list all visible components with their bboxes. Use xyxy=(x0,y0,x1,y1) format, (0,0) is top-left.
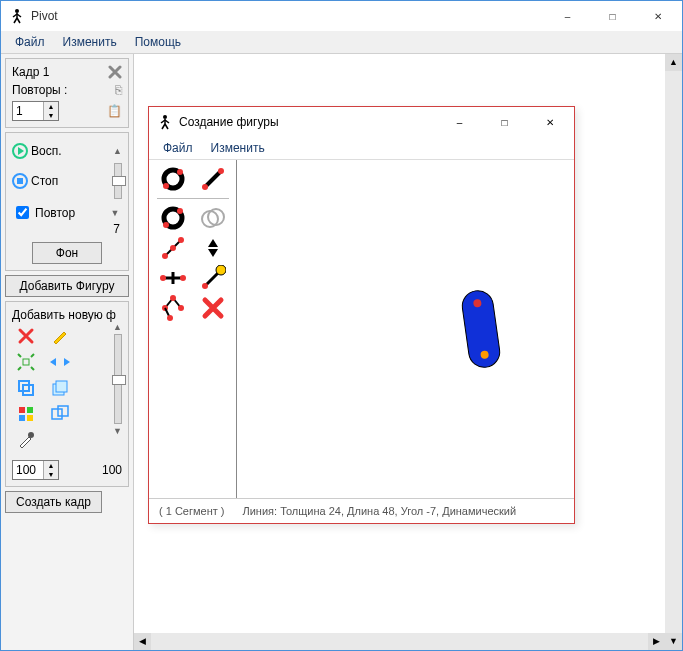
spin-down-icon[interactable]: ▼ xyxy=(44,111,58,120)
stop-icon xyxy=(12,173,28,189)
main-window-title: Pivot xyxy=(31,9,545,23)
sub-maximize-button[interactable]: □ xyxy=(482,108,527,137)
svg-rect-16 xyxy=(58,406,68,416)
dropper-icon[interactable] xyxy=(14,430,38,450)
svg-point-17 xyxy=(28,432,34,438)
add-line-tool-icon[interactable] xyxy=(198,166,228,192)
fps-slider[interactable] xyxy=(114,163,122,199)
chevron-down-icon[interactable]: ▼ xyxy=(108,208,122,218)
thickness-icon[interactable] xyxy=(198,235,228,261)
frame-label: Кадр 1 xyxy=(12,65,49,79)
svg-point-32 xyxy=(177,208,183,214)
add-circle-tool-icon[interactable] xyxy=(158,166,188,192)
scale-down-icon[interactable]: ▼ xyxy=(113,426,122,436)
svg-point-0 xyxy=(15,9,19,13)
horizontal-scrollbar[interactable]: ◀ ▶ xyxy=(134,633,665,650)
flip-figure-icon[interactable] xyxy=(48,352,72,372)
svg-point-34 xyxy=(208,209,224,225)
svg-line-5 xyxy=(17,18,20,23)
loop-checkbox[interactable]: Повтор xyxy=(12,203,75,222)
origin-point-icon[interactable] xyxy=(198,265,228,291)
scale-slider[interactable] xyxy=(114,334,122,424)
menu-edit[interactable]: Изменить xyxy=(55,33,125,51)
scroll-down-icon[interactable]: ▼ xyxy=(665,633,682,650)
svg-point-18 xyxy=(163,115,167,119)
scale-display: 100 xyxy=(102,463,122,477)
delete-figure-icon[interactable] xyxy=(14,326,38,346)
svg-rect-15 xyxy=(52,409,62,419)
fps-value: 7 xyxy=(12,222,122,236)
repeats-label: Повторы : xyxy=(12,83,67,97)
svg-point-29 xyxy=(218,168,224,174)
svg-point-45 xyxy=(216,265,226,275)
svg-point-44 xyxy=(202,283,208,289)
svg-point-38 xyxy=(178,237,184,243)
sub-menu-edit[interactable]: Изменить xyxy=(203,139,273,157)
background-button[interactable]: Фон xyxy=(32,242,102,264)
duplicate-figure-icon[interactable] xyxy=(14,378,38,398)
scroll-right-icon[interactable]: ▶ xyxy=(648,633,665,650)
color-figure-icon[interactable] xyxy=(14,404,38,424)
origin-handle[interactable] xyxy=(473,299,482,308)
sub-menubar: Файл Изменить xyxy=(149,137,574,160)
paste-icon[interactable]: 📋 xyxy=(107,104,122,118)
frame-panel: Кадр 1 Повторы : ⎘ ▲▼ 📋 xyxy=(5,58,129,128)
split-segment-icon[interactable] xyxy=(158,265,188,291)
svg-line-23 xyxy=(165,124,168,129)
scroll-left-icon[interactable]: ◀ xyxy=(134,633,151,650)
sub-app-icon xyxy=(157,114,173,130)
menu-help[interactable]: Помощь xyxy=(127,33,189,51)
svg-point-28 xyxy=(202,184,208,190)
figure-statusbar: ( 1 Сегмент ) Линия: Толщина 24, Длина 4… xyxy=(149,498,574,523)
play-button[interactable]: Восп. xyxy=(12,143,62,159)
chevron-up-icon[interactable]: ▲ xyxy=(113,146,122,156)
svg-rect-10 xyxy=(56,381,67,392)
svg-line-27 xyxy=(205,171,221,187)
delete-segment-icon[interactable] xyxy=(198,295,228,321)
create-frame-button[interactable]: Создать кадр xyxy=(5,491,102,513)
delete-frame-icon[interactable] xyxy=(108,65,122,79)
sub-close-button[interactable]: ✕ xyxy=(527,108,572,137)
mirror-segment-icon[interactable] xyxy=(158,295,188,321)
stop-button[interactable]: Стоп xyxy=(12,173,58,189)
maximize-button[interactable]: □ xyxy=(590,2,635,31)
repeats-input[interactable] xyxy=(13,104,43,118)
main-menubar: Файл Изменить Помощь xyxy=(1,31,682,54)
scale-input[interactable] xyxy=(13,463,43,477)
sub-minimize-button[interactable]: – xyxy=(437,108,482,137)
vertical-scrollbar[interactable]: ▲ ▼ xyxy=(665,54,682,650)
minimize-button[interactable]: – xyxy=(545,2,590,31)
svg-rect-14 xyxy=(27,415,33,421)
center-figure-icon[interactable] xyxy=(14,352,38,372)
scale-spinner[interactable]: ▲▼ xyxy=(12,460,59,480)
app-icon xyxy=(9,8,25,24)
end-handle[interactable] xyxy=(480,350,489,359)
figure-tools-panel: Добавить новую ф xyxy=(5,301,129,487)
duplicate-segment-icon[interactable] xyxy=(198,205,228,231)
svg-point-41 xyxy=(160,275,166,281)
figure-canvas[interactable] xyxy=(237,160,574,498)
edit-figure-icon[interactable] xyxy=(48,326,72,346)
svg-point-26 xyxy=(177,169,183,175)
static-dynamic-icon[interactable] xyxy=(158,235,188,261)
menu-file[interactable]: Файл xyxy=(7,33,53,51)
svg-rect-11 xyxy=(19,407,25,413)
toggle-segment-kind-icon[interactable] xyxy=(158,205,188,231)
svg-point-36 xyxy=(162,253,168,259)
sub-window-title: Создание фигуры xyxy=(179,115,437,129)
spin-up-icon[interactable]: ▲ xyxy=(44,102,58,111)
sub-menu-file[interactable]: Файл xyxy=(155,139,201,157)
scroll-up-icon[interactable]: ▲ xyxy=(665,54,682,71)
repeats-spinner[interactable]: ▲▼ xyxy=(12,101,59,121)
layers-icon[interactable] xyxy=(48,378,72,398)
copy-icon[interactable]: ⎘ xyxy=(115,83,122,97)
svg-rect-13 xyxy=(19,415,25,421)
loop-checkbox-input[interactable] xyxy=(16,206,29,219)
close-button[interactable]: ✕ xyxy=(635,2,680,31)
play-icon xyxy=(12,143,28,159)
svg-rect-12 xyxy=(27,407,33,413)
segment-shape[interactable] xyxy=(460,288,503,370)
join-figure-icon[interactable] xyxy=(48,404,72,424)
scale-up-icon[interactable]: ▲ xyxy=(113,322,122,332)
add-figure-button[interactable]: Добавить Фигуру xyxy=(5,275,129,297)
